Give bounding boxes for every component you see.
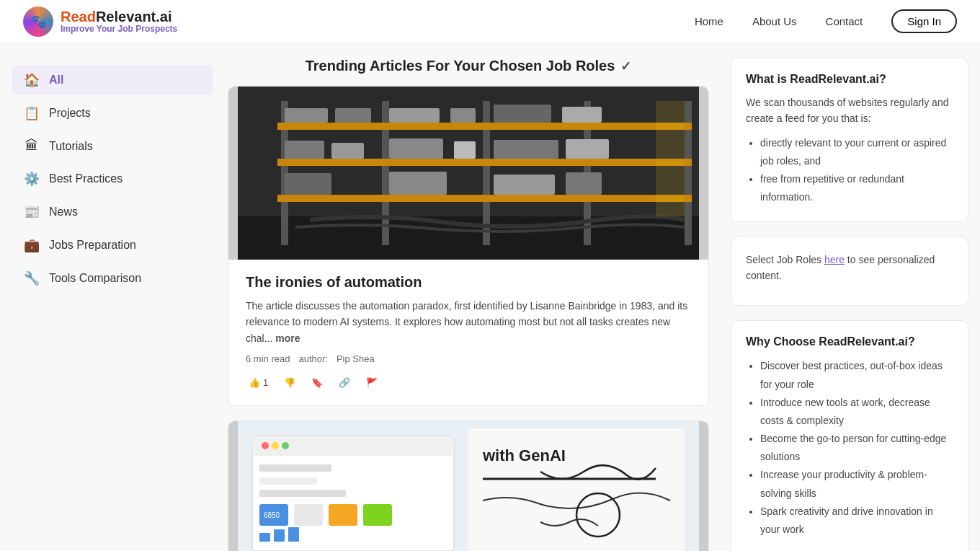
svg-rect-25 — [566, 172, 602, 195]
what-is-card: What is ReadRelevant.ai? We scan thousan… — [731, 58, 968, 222]
share-button-1[interactable]: 🔗 — [336, 374, 353, 391]
svg-rect-11 — [335, 108, 371, 123]
tutorials-icon: 🏛 — [23, 138, 40, 154]
share-icon: 🔗 — [339, 377, 350, 388]
sidebar: 🏠 All 📋 Projects 🏛 Tutorials ⚙️ Best Pra… — [12, 58, 213, 551]
flag-button-1[interactable]: 🚩 — [363, 374, 380, 391]
svg-rect-43 — [288, 527, 299, 542]
sidebar-label-all: All — [49, 74, 63, 87]
sidebar-item-tutorials[interactable]: 🏛 Tutorials — [12, 131, 213, 161]
why-bullet-5: Spark creativity and drive innovation in… — [760, 503, 953, 539]
main-content: Trending Articles For Your Chosen Job Ro… — [213, 58, 723, 551]
article-actions-1: 👍 1 👎 🔖 🔗 🚩 — [246, 374, 691, 391]
sign-in-button[interactable]: Sign In — [891, 9, 957, 33]
select-roles-text: Select Job Roles here to see personalize… — [746, 252, 953, 284]
article-card-2: 6850 with GenAI — [228, 420, 709, 551]
select-roles-card: Select Job Roles here to see personalize… — [731, 237, 968, 307]
sidebar-item-best-practices[interactable]: ⚙️ Best Practices — [12, 164, 213, 194]
article-image-2: 6850 with GenAI — [228, 421, 708, 551]
here-link[interactable]: here — [824, 254, 845, 265]
article-image-1 — [228, 87, 708, 260]
svg-rect-9 — [277, 195, 692, 202]
like-count-1: 1 — [263, 377, 268, 388]
what-is-title: What is ReadRelevant.ai? — [746, 73, 953, 86]
sidebar-label-tools: Tools Comparison — [49, 272, 141, 285]
nav-home[interactable]: Home — [695, 15, 723, 27]
article-title-1[interactable]: The ironies of automation — [246, 274, 691, 291]
article-more-link-1[interactable]: more — [275, 332, 300, 344]
sidebar-item-all[interactable]: 🏠 All — [12, 65, 213, 95]
why-bullet-3: Become the go-to person for cutting-edge… — [760, 430, 953, 466]
right-sidebar: What is ReadRelevant.ai? We scan thousan… — [723, 58, 968, 551]
svg-rect-24 — [494, 175, 555, 195]
sidebar-label-best-practices: Best Practices — [49, 172, 122, 185]
page-layout: 🏠 All 📋 Projects 🏛 Tutorials ⚙️ Best Pra… — [0, 43, 980, 551]
checkmark-icon: ✓ — [620, 58, 631, 74]
logo-icon: 🐾 — [23, 6, 53, 37]
svg-rect-37 — [294, 504, 323, 526]
logo[interactable]: 🐾 ReadRelevant.ai Improve Your Job Prosp… — [23, 6, 177, 37]
sidebar-item-news[interactable]: 📰 News — [12, 197, 213, 227]
dislike-button-1[interactable]: 👎 — [281, 374, 298, 391]
svg-point-32 — [282, 442, 289, 449]
sidebar-label-projects: Projects — [49, 107, 91, 120]
article-body-1: The ironies of automation The article di… — [228, 260, 708, 405]
best-practices-icon: ⚙️ — [23, 171, 40, 187]
svg-rect-20 — [494, 140, 558, 159]
like-icon: 👍 — [249, 377, 260, 388]
svg-rect-14 — [494, 105, 551, 123]
article-card-1: The ironies of automation The article di… — [228, 86, 709, 406]
why-choose-bullets: Discover best practices, out-of-box idea… — [746, 357, 953, 539]
svg-rect-38 — [329, 504, 357, 526]
section-title: Trending Articles For Your Chosen Job Ro… — [228, 58, 709, 74]
svg-rect-16 — [285, 141, 324, 159]
svg-rect-39 — [363, 504, 392, 526]
svg-rect-22 — [285, 173, 331, 195]
svg-rect-15 — [562, 107, 602, 123]
sidebar-item-projects[interactable]: 📋 Projects — [12, 98, 213, 128]
warehouse-image — [228, 87, 708, 260]
genai-image: 6850 with GenAI — [228, 421, 708, 551]
bookmark-icon: 🔖 — [311, 377, 323, 388]
svg-rect-23 — [389, 172, 447, 195]
article-meta-1: 6 min read author: Pip Shea — [246, 353, 691, 364]
svg-rect-10 — [285, 108, 328, 123]
sidebar-label-news: News — [49, 206, 78, 219]
svg-rect-21 — [566, 139, 609, 159]
why-bullet-1: Discover best practices, out-of-box idea… — [760, 357, 953, 393]
nav: Home About Us Contact Sign In — [695, 9, 957, 33]
news-icon: 📰 — [23, 204, 40, 220]
svg-point-30 — [262, 442, 269, 449]
svg-rect-26 — [656, 101, 685, 216]
flag-icon: 🚩 — [366, 377, 378, 388]
header: 🐾 ReadRelevant.ai Improve Your Job Prosp… — [0, 0, 980, 43]
nav-about[interactable]: About Us — [752, 15, 797, 27]
sidebar-item-jobs-preparation[interactable]: 💼 Jobs Preparation — [12, 230, 213, 260]
svg-rect-13 — [450, 108, 476, 123]
dislike-icon: 👎 — [284, 377, 295, 388]
svg-rect-17 — [331, 143, 364, 159]
logo-text: ReadRelevant.ai — [61, 9, 177, 25]
jobs-icon: 💼 — [23, 237, 40, 253]
logo-tagline: Improve Your Job Prospects — [61, 25, 177, 34]
sidebar-label-jobs: Jobs Preparation — [49, 239, 136, 252]
svg-rect-42 — [274, 529, 285, 542]
svg-rect-41 — [259, 533, 270, 542]
tools-icon: 🔧 — [23, 270, 40, 286]
svg-point-31 — [272, 442, 279, 449]
svg-text:with GenAI: with GenAI — [482, 446, 566, 464]
svg-rect-8 — [277, 159, 692, 166]
why-bullet-2: Introduce new tools at work, decrease co… — [760, 394, 953, 430]
sidebar-item-tools-comparison[interactable]: 🔧 Tools Comparison — [12, 263, 213, 294]
svg-rect-19 — [454, 141, 476, 159]
why-choose-card: Why Choose ReadRelevant.ai? Discover bes… — [731, 320, 968, 551]
svg-rect-33 — [259, 464, 331, 472]
article-excerpt-1: The article discusses the automation par… — [246, 298, 691, 346]
svg-rect-35 — [259, 490, 346, 497]
what-is-bullet-2: free from repetitive or redundant inform… — [760, 170, 953, 206]
bookmark-button-1[interactable]: 🔖 — [308, 374, 326, 391]
nav-contact[interactable]: Contact — [826, 15, 863, 27]
what-is-body: We scan thousands of websites regularly … — [746, 94, 953, 127]
svg-rect-12 — [389, 108, 440, 123]
like-button-1[interactable]: 👍 1 — [246, 374, 271, 391]
